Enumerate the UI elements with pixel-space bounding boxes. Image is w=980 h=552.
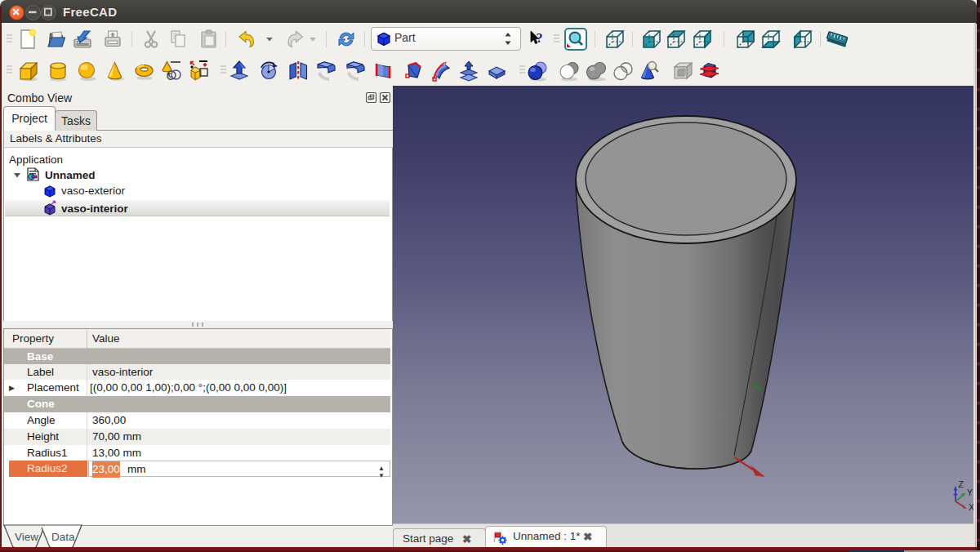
svg-text:Y: Y (967, 487, 973, 497)
svg-text:?: ? (537, 31, 543, 45)
svg-text:Z: Z (959, 479, 964, 489)
svg-text:Data: Data (51, 531, 75, 543)
svg-text:View: View (15, 531, 38, 543)
